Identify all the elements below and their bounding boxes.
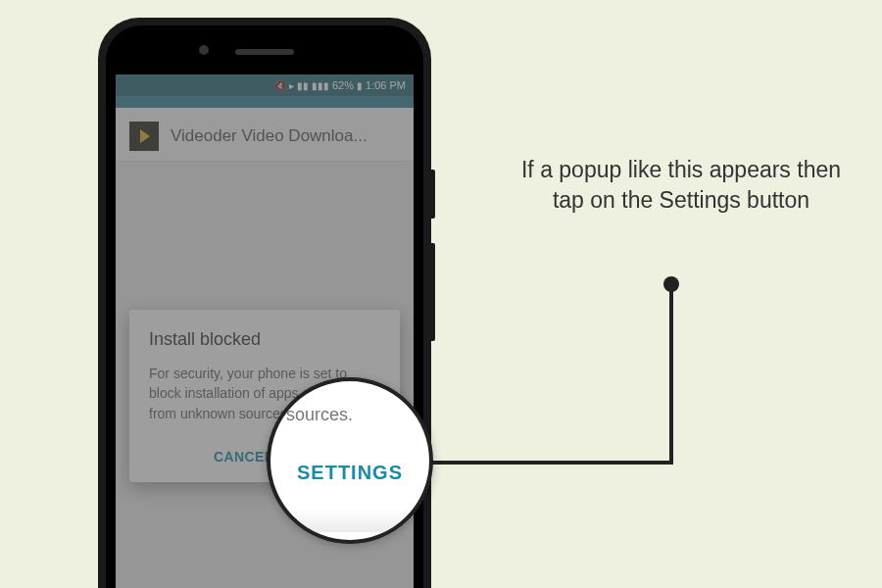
connector-dot: [663, 276, 679, 292]
battery-icon: ▮: [357, 80, 363, 91]
status-icons: 🔇 ▸ ▮▮ ▮▮▮ 62% ▮ 1:06 PM: [274, 79, 406, 91]
instruction-text: If a popup like this appears then tap on…: [519, 155, 843, 216]
status-time: 1:06 PM: [366, 79, 406, 91]
dialog-title: Install blocked: [149, 329, 380, 350]
mute-icon: 🔇: [274, 80, 286, 91]
magnifier-partial-text: sources.: [286, 405, 353, 425]
installer-header: Videoder Video Downloa...: [116, 108, 414, 162]
signal-icon-2: ▮▮▮: [312, 80, 329, 91]
magnifier-settings-button[interactable]: SETTINGS: [297, 462, 403, 484]
signal-icon: ▮▮: [297, 80, 309, 91]
power-button: [429, 170, 435, 219]
app-title: Videoder Video Downloa...: [171, 126, 368, 146]
magnifier-callout: sources. SETTINGS: [267, 377, 433, 544]
app-icon: [129, 122, 159, 151]
connector-horizontal: [431, 461, 673, 465]
battery-percent: 62%: [332, 79, 354, 91]
connector-vertical: [669, 288, 673, 465]
volume-button: [429, 243, 435, 341]
phone-speaker: [235, 49, 294, 55]
phone-camera: [199, 45, 209, 55]
action-bar: [116, 96, 414, 108]
status-bar: 🔇 ▸ ▮▮ ▮▮▮ 62% ▮ 1:06 PM: [116, 74, 414, 96]
wifi-icon: ▸: [289, 80, 294, 91]
